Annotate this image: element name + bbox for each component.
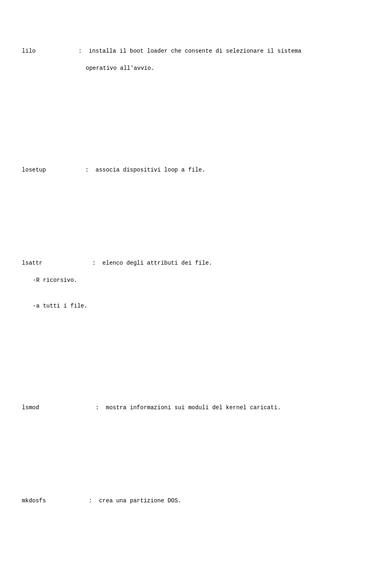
main-content: lilo : installa il boot loader che conse… xyxy=(8,4,384,582)
cmd-lilo: lilo xyxy=(22,47,75,56)
cmd-losetup: losetup xyxy=(22,166,75,174)
cmd-lsmod: lsmod xyxy=(22,404,75,412)
entry-lsattr: lsattr : elenco degli attributi dei file… xyxy=(8,250,384,328)
cmd-lsattr: lsattr xyxy=(22,259,75,268)
entry-lsmod: lsmod : mostra informazioni sui moduli d… xyxy=(8,395,384,421)
entry-losetup: losetup : associa dispositivi loop a fil… xyxy=(8,157,384,183)
entry-mkdosfs: mkdosfs : crea una partizione DOS. xyxy=(8,488,384,514)
cmd-mkdosfs: mkdosfs xyxy=(22,497,75,505)
entry-lilo: lilo : installa il boot loader che conse… xyxy=(8,38,384,90)
